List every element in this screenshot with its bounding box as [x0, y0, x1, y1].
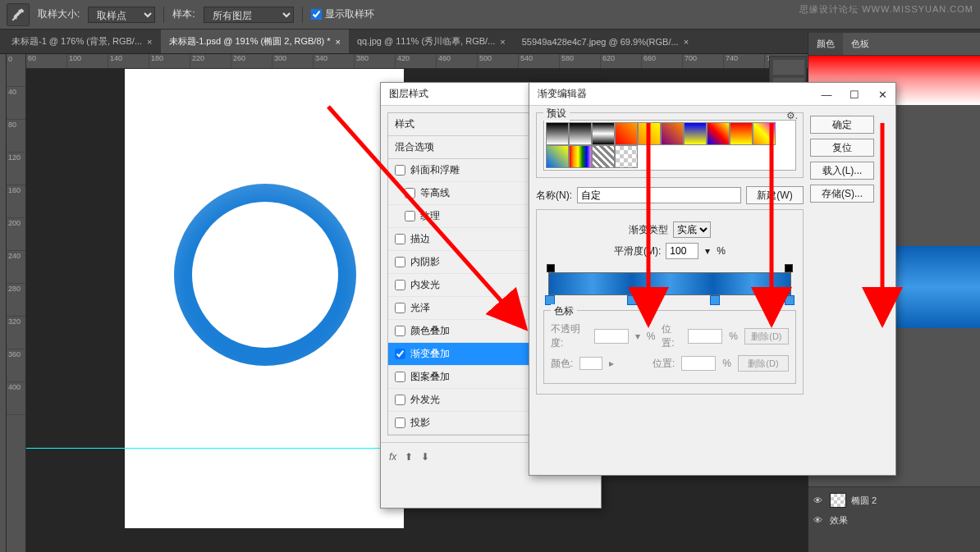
sample-label: 样本: [172, 7, 195, 21]
ok-button[interactable]: 确定 [810, 116, 874, 134]
position-label: 位置: [662, 322, 681, 350]
opacity-stop[interactable] [785, 264, 793, 272]
show-sampling-ring[interactable]: 显示取样环 [311, 7, 374, 21]
opacity-input[interactable] [594, 329, 629, 344]
close-icon[interactable]: ✕ [874, 86, 891, 103]
tab-color[interactable]: 颜色 [808, 33, 843, 55]
layer-row[interactable]: 👁 效果 [813, 510, 975, 530]
gradient-strip[interactable] [543, 264, 796, 303]
load-button[interactable]: 载入(L)... [810, 162, 874, 180]
preset-swatch[interactable] [707, 122, 730, 145]
gradient-presets [543, 120, 796, 171]
arrow-up-icon[interactable]: ⬆ [405, 451, 413, 463]
panel-icon[interactable] [773, 60, 804, 75]
position-input[interactable] [681, 356, 716, 371]
arrow-down-icon[interactable]: ⬇ [421, 451, 429, 463]
close-icon[interactable]: × [500, 37, 505, 47]
show-ring-checkbox[interactable] [311, 9, 322, 20]
delete-stop-button[interactable]: 删除(D) [744, 328, 789, 344]
divider [302, 7, 303, 23]
ellipse-shape[interactable] [174, 184, 356, 366]
preset-swatch[interactable] [753, 122, 776, 145]
name-label: 名称(N): [536, 189, 572, 203]
minimize-icon[interactable]: — [818, 86, 835, 103]
sample-size-select[interactable]: 取样点 [88, 7, 155, 23]
doc-tab[interactable]: qq.jpg @ 111% (秀川临摹, RGB/...× [349, 30, 514, 53]
gradient-name-input[interactable] [577, 187, 741, 203]
preset-swatch[interactable] [615, 145, 638, 168]
maximize-icon[interactable]: ☐ [846, 86, 863, 103]
layer-name[interactable]: 椭圆 2 [851, 495, 877, 507]
dropdown-icon[interactable]: ▾ [703, 245, 712, 257]
divider [163, 7, 164, 23]
preset-swatch[interactable] [684, 122, 707, 145]
eyedropper-tool-icon[interactable] [7, 3, 30, 26]
doc-tab[interactable]: 55949a428e4c7.jpeg @ 69.9%(RGB/...× [514, 30, 697, 53]
layer-fx-label: 效果 [830, 514, 848, 527]
preset-swatch[interactable] [546, 122, 569, 145]
fx-icon[interactable]: fx [389, 451, 396, 463]
layers-panel: 👁 椭圆 2 👁 效果 [808, 486, 980, 552]
preset-swatch[interactable] [638, 122, 661, 145]
color-panel-tabs: 颜色 色板 [808, 33, 980, 56]
watermark: 思缘设计论坛 WWW.MISSYUAN.COM [799, 3, 973, 16]
color-stop[interactable] [785, 295, 795, 305]
visibility-icon[interactable]: 👁 [813, 495, 825, 505]
gradient-editor-dialog: 渐变编辑器 — ☐ ✕ 预设 ⚙. [529, 82, 896, 476]
opacity-stop[interactable] [547, 264, 555, 272]
gradient-type-label: 渐变类型 [629, 223, 668, 237]
color-swatch[interactable] [579, 357, 602, 370]
preset-swatch[interactable] [661, 122, 684, 145]
tab-swatches[interactable]: 色板 [843, 33, 877, 55]
position-label: 位置: [653, 357, 675, 371]
stops-label: 色标 [551, 304, 577, 318]
smoothness-label: 平滑度(M): [614, 244, 661, 258]
reset-button[interactable]: 复位 [810, 139, 874, 157]
close-icon[interactable]: × [147, 37, 152, 47]
close-icon[interactable]: × [336, 37, 341, 47]
new-gradient-button[interactable]: 新建(W) [746, 186, 804, 204]
preset-swatch[interactable] [730, 122, 753, 145]
delete-stop-button[interactable]: 删除(D) [738, 355, 789, 372]
preset-swatch[interactable] [546, 145, 569, 168]
tool-strip [0, 54, 7, 552]
doc-tab[interactable]: 未标题-1.psd @ 191% (椭圆 2, RGB/8) *× [161, 30, 349, 53]
preset-swatch[interactable] [592, 122, 615, 145]
preset-swatch[interactable] [569, 122, 592, 145]
visibility-icon[interactable]: 👁 [813, 515, 825, 525]
layer-thumb [830, 493, 846, 508]
sample-select[interactable]: 所有图层 [204, 7, 294, 23]
canvas[interactable] [125, 69, 404, 528]
smoothness-input[interactable] [666, 243, 698, 259]
sample-size-label: 取样大小: [38, 7, 80, 21]
layer-row[interactable]: 👁 椭圆 2 [813, 490, 975, 510]
gear-icon[interactable]: ⚙. [786, 110, 798, 121]
close-icon[interactable]: × [684, 37, 689, 47]
position-input[interactable] [688, 329, 722, 344]
doc-tab[interactable]: 未标题-1 @ 176% (背景, RGB/...× [3, 30, 161, 53]
presets-label: 预设 [543, 107, 570, 121]
preset-swatch[interactable] [615, 122, 638, 145]
color-stop[interactable] [710, 295, 720, 305]
opacity-label: 不透明度: [551, 322, 588, 350]
save-button[interactable]: 存储(S)... [810, 185, 874, 203]
gradient-type-select[interactable]: 实底 [673, 221, 711, 238]
ruler-vertical: 04080120160200240280320360400 [7, 54, 26, 552]
preset-swatch[interactable] [569, 145, 592, 168]
preset-swatch[interactable] [592, 145, 615, 168]
color-stop[interactable] [627, 295, 637, 305]
color-label: 颜色: [551, 357, 573, 371]
presets-group: 预设 ⚙. [536, 112, 804, 178]
